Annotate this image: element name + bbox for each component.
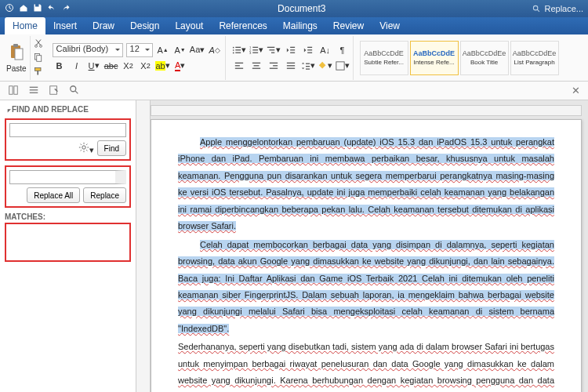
format-painter-icon[interactable] (34, 67, 43, 78)
tab-insert[interactable]: Insert (45, 17, 85, 34)
svg-point-54 (82, 145, 85, 148)
horizontal-ruler[interactable] (151, 105, 582, 116)
svg-rect-15 (235, 52, 241, 53)
bold-button[interactable]: B (53, 59, 67, 73)
tab-layout[interactable]: Layout (167, 17, 211, 34)
svg-rect-28 (307, 46, 312, 47)
strike-button[interactable]: abc (104, 59, 118, 73)
thumbnails-icon[interactable] (8, 85, 19, 97)
tab-home[interactable]: Home (5, 17, 45, 34)
svg-rect-32 (234, 65, 239, 66)
style-book-title[interactable]: AaBbCcDdEeBook Title (460, 41, 509, 75)
svg-text:3: 3 (249, 51, 252, 55)
svg-point-10 (232, 46, 234, 48)
numbering-icon[interactable]: 123▾ (249, 43, 263, 57)
find-options-icon[interactable]: ▾ (78, 142, 94, 155)
search-box[interactable]: Replace... (532, 4, 583, 13)
svg-rect-45 (306, 68, 310, 69)
tab-references[interactable]: References (211, 17, 274, 34)
tab-mailings[interactable]: Mailings (275, 17, 325, 34)
align-right-icon[interactable] (267, 59, 281, 73)
save-icon[interactable] (33, 3, 42, 14)
svg-rect-33 (234, 67, 242, 68)
shading-icon[interactable]: ▾ (318, 59, 332, 73)
align-left-icon[interactable] (232, 59, 246, 73)
svg-rect-27 (290, 52, 295, 53)
align-center-icon[interactable] (249, 59, 263, 73)
tab-design[interactable]: Design (122, 17, 167, 34)
autosave-icon[interactable] (5, 3, 14, 14)
clear-format-icon[interactable]: A◇ (208, 43, 222, 57)
grow-font-icon[interactable]: A▲ (156, 43, 170, 57)
search-nav-icon[interactable] (69, 85, 80, 97)
line-spacing-icon[interactable]: ▾ (301, 59, 315, 73)
svg-rect-23 (269, 49, 274, 50)
tab-review[interactable]: Review (325, 17, 372, 34)
style-list-paragraph[interactable]: AaBbCcDdEeList Paragraph (510, 41, 559, 75)
replace-input[interactable] (9, 170, 126, 184)
vertical-ruler[interactable] (136, 100, 151, 392)
change-case-icon[interactable]: Aa▾ (191, 43, 205, 57)
cut-icon[interactable] (34, 38, 43, 49)
matches-label: MATCHES: (5, 212, 131, 221)
matches-list (5, 223, 131, 262)
redo-icon[interactable] (61, 3, 71, 14)
replace-button[interactable]: Replace (83, 187, 126, 203)
svg-point-12 (232, 49, 234, 51)
bullets-icon[interactable]: ▾ (232, 43, 246, 57)
find-replace-title: FIND AND REPLACE (5, 105, 131, 114)
inc-indent-icon[interactable] (301, 43, 315, 57)
close-pane-icon[interactable]: ✕ (572, 85, 580, 96)
svg-rect-17 (252, 46, 258, 47)
svg-rect-40 (286, 62, 294, 63)
svg-rect-41 (286, 65, 294, 66)
font-color-button[interactable]: A▾ (173, 59, 187, 73)
undo-icon[interactable] (47, 3, 56, 14)
multilevel-icon[interactable]: ▾ (267, 43, 281, 57)
find-button[interactable]: Find (97, 140, 126, 156)
svg-rect-22 (267, 46, 274, 47)
highlight-button[interactable]: ab▾ (156, 59, 170, 73)
style-intense-refe-[interactable]: AaBbCcDdEIntense Refe... (410, 41, 459, 75)
superscript-button[interactable]: X2 (139, 59, 153, 73)
svg-rect-51 (30, 92, 38, 93)
document-title: Document3 (71, 3, 532, 14)
svg-rect-49 (30, 86, 38, 87)
svg-rect-48 (14, 85, 17, 94)
svg-rect-37 (269, 62, 277, 63)
subscript-button[interactable]: X2 (122, 59, 136, 73)
headings-icon[interactable] (28, 85, 39, 97)
svg-point-14 (232, 52, 234, 53)
borders-icon[interactable]: ▾ (336, 59, 350, 73)
document-page[interactable]: Apple menggelontorkan pembaruan (update)… (151, 119, 582, 392)
sort-icon[interactable]: A↓ (318, 43, 332, 57)
svg-rect-30 (307, 52, 312, 53)
svg-rect-21 (252, 52, 258, 53)
pilcrow-icon[interactable]: ¶ (336, 43, 350, 57)
font-name-select[interactable]: Calibri (Body) (53, 43, 123, 57)
find-input[interactable] (9, 123, 126, 137)
tab-draw[interactable]: Draw (85, 17, 122, 34)
svg-point-53 (71, 85, 76, 91)
italic-button[interactable]: I (70, 59, 84, 73)
copy-icon[interactable] (34, 53, 43, 64)
svg-rect-24 (271, 52, 274, 53)
style-subtle-refer-[interactable]: AaBbCcDdESubtle Refer... (360, 41, 408, 75)
svg-rect-46 (336, 61, 343, 69)
font-size-select[interactable]: 12 (126, 43, 153, 57)
dec-indent-icon[interactable] (284, 43, 298, 57)
align-justify-icon[interactable] (284, 59, 298, 73)
tab-view[interactable]: View (372, 17, 408, 34)
shrink-font-icon[interactable]: A▼ (173, 43, 187, 57)
replace-all-button[interactable]: Replace All (27, 187, 80, 203)
home-icon[interactable] (19, 3, 28, 14)
paste-label: Paste (6, 64, 27, 73)
svg-rect-43 (306, 63, 310, 64)
svg-rect-34 (252, 62, 260, 63)
paste-icon[interactable] (8, 42, 25, 63)
svg-rect-44 (306, 66, 310, 67)
review-icon[interactable] (49, 85, 60, 97)
svg-rect-19 (252, 49, 258, 50)
svg-rect-8 (36, 55, 41, 61)
underline-button[interactable]: U▾ (87, 59, 101, 73)
